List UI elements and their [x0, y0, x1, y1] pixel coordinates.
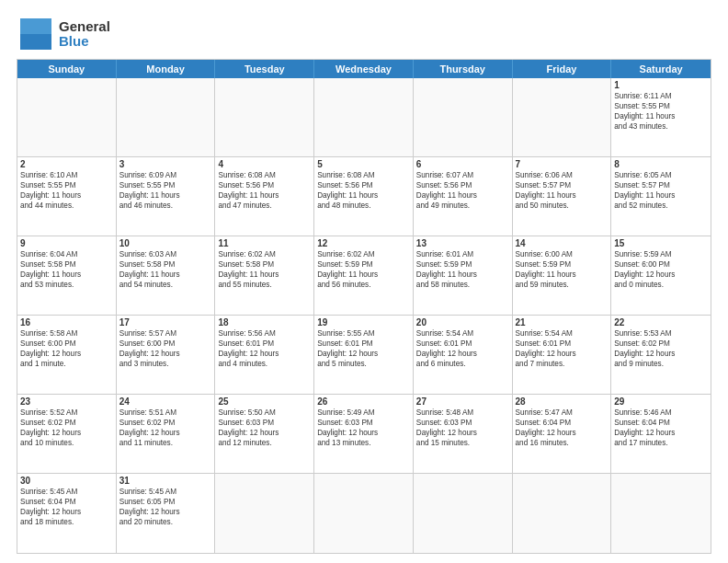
day-info: Sunrise: 5:54 AMSunset: 6:01 PMDaylight:…	[516, 328, 609, 369]
day-number: 9	[20, 238, 113, 248]
calendar-cell: 8Sunrise: 6:05 AMSunset: 5:57 PMDaylight…	[611, 157, 711, 236]
header: GeneralBlue	[17, 15, 711, 53]
calendar-cell: 6Sunrise: 6:07 AMSunset: 5:56 PMDaylight…	[414, 157, 513, 236]
day-info: Sunrise: 5:45 AMSunset: 6:04 PMDaylight:…	[20, 487, 113, 527]
day-number: 8	[614, 159, 708, 169]
calendar-cell	[414, 474, 513, 553]
calendar-cell: 7Sunrise: 6:06 AMSunset: 5:57 PMDaylight…	[513, 157, 612, 236]
day-info: Sunrise: 5:49 AMSunset: 6:03 PMDaylight:…	[317, 408, 410, 448]
calendar-cell: 17Sunrise: 5:57 AMSunset: 6:00 PMDayligh…	[117, 316, 216, 394]
day-info: Sunrise: 5:50 AMSunset: 6:03 PMDaylight:…	[218, 408, 311, 448]
day-info: Sunrise: 6:05 AMSunset: 5:57 PMDaylight:…	[614, 170, 708, 211]
calendar-cell: 4Sunrise: 6:08 AMSunset: 5:56 PMDaylight…	[215, 157, 314, 236]
calendar-cell	[314, 78, 414, 156]
day-number: 11	[218, 238, 311, 248]
day-info: Sunrise: 6:10 AMSunset: 5:55 PMDaylight:…	[20, 170, 113, 211]
day-number: 23	[20, 396, 113, 407]
day-number: 26	[317, 396, 410, 407]
page: GeneralBlue SundayMondayTuesdayWednesday…	[0, 0, 728, 563]
day-info: Sunrise: 5:56 AMSunset: 6:01 PMDaylight:…	[218, 328, 311, 369]
logo: GeneralBlue	[17, 15, 110, 53]
day-info: Sunrise: 6:08 AMSunset: 5:56 PMDaylight:…	[218, 170, 311, 211]
weekday-header-thursday: Thursday	[414, 60, 513, 78]
calendar-cell: 9Sunrise: 6:04 AMSunset: 5:58 PMDaylight…	[17, 236, 117, 315]
calendar-cell: 23Sunrise: 5:52 AMSunset: 6:02 PMDayligh…	[17, 395, 117, 473]
day-number: 27	[416, 396, 509, 407]
day-number: 3	[119, 159, 212, 169]
day-info: Sunrise: 6:02 AMSunset: 5:59 PMDaylight:…	[317, 249, 410, 290]
calendar-cell: 5Sunrise: 6:08 AMSunset: 5:56 PMDaylight…	[314, 157, 414, 236]
calendar: SundayMondayTuesdayWednesdayThursdayFrid…	[17, 59, 711, 554]
calendar-cell: 24Sunrise: 5:51 AMSunset: 6:02 PMDayligh…	[117, 395, 216, 473]
day-number: 20	[416, 317, 509, 327]
calendar-cell	[414, 78, 513, 156]
calendar-cell	[513, 474, 612, 553]
calendar-week-6: 30Sunrise: 5:45 AMSunset: 6:04 PMDayligh…	[17, 474, 711, 553]
calendar-body: 1Sunrise: 6:11 AMSunset: 5:55 PMDaylight…	[17, 78, 711, 553]
weekday-header-friday: Friday	[513, 60, 612, 78]
day-info: Sunrise: 5:48 AMSunset: 6:03 PMDaylight:…	[416, 408, 509, 448]
day-info: Sunrise: 5:53 AMSunset: 6:02 PMDaylight:…	[614, 328, 708, 369]
calendar-cell: 1Sunrise: 6:11 AMSunset: 5:55 PMDaylight…	[611, 78, 711, 156]
day-info: Sunrise: 6:00 AMSunset: 5:59 PMDaylight:…	[516, 249, 609, 290]
day-number: 14	[516, 238, 609, 248]
calendar-cell	[513, 78, 612, 156]
day-number: 12	[317, 238, 410, 248]
day-number: 15	[614, 238, 708, 248]
calendar-week-5: 23Sunrise: 5:52 AMSunset: 6:02 PMDayligh…	[17, 395, 711, 474]
calendar-cell	[17, 78, 117, 156]
calendar-cell: 18Sunrise: 5:56 AMSunset: 6:01 PMDayligh…	[215, 316, 314, 394]
calendar-cell: 14Sunrise: 6:00 AMSunset: 5:59 PMDayligh…	[513, 236, 612, 315]
calendar-cell	[215, 78, 314, 156]
day-info: Sunrise: 5:51 AMSunset: 6:02 PMDaylight:…	[119, 408, 212, 448]
day-number: 2	[20, 159, 113, 169]
calendar-cell	[314, 474, 414, 553]
day-number: 24	[119, 396, 212, 407]
calendar-cell: 26Sunrise: 5:49 AMSunset: 6:03 PMDayligh…	[314, 395, 414, 473]
calendar-cell: 22Sunrise: 5:53 AMSunset: 6:02 PMDayligh…	[611, 316, 711, 394]
calendar-cell: 12Sunrise: 6:02 AMSunset: 5:59 PMDayligh…	[314, 236, 414, 315]
logo-text: GeneralBlue	[59, 19, 110, 50]
day-info: Sunrise: 6:01 AMSunset: 5:59 PMDaylight:…	[416, 249, 509, 290]
calendar-cell: 25Sunrise: 5:50 AMSunset: 6:03 PMDayligh…	[215, 395, 314, 473]
day-info: Sunrise: 6:11 AMSunset: 5:55 PMDaylight:…	[614, 91, 708, 132]
weekday-header-wednesday: Wednesday	[314, 60, 414, 78]
day-number: 30	[20, 476, 113, 486]
calendar-cell: 21Sunrise: 5:54 AMSunset: 6:01 PMDayligh…	[513, 316, 612, 394]
day-info: Sunrise: 5:54 AMSunset: 6:01 PMDaylight:…	[416, 328, 509, 369]
day-number: 29	[614, 396, 708, 407]
day-info: Sunrise: 5:58 AMSunset: 6:00 PMDaylight:…	[20, 328, 113, 369]
day-info: Sunrise: 6:04 AMSunset: 5:58 PMDaylight:…	[20, 249, 113, 290]
calendar-cell: 11Sunrise: 6:02 AMSunset: 5:58 PMDayligh…	[215, 236, 314, 315]
day-number: 21	[516, 317, 609, 327]
day-number: 16	[20, 317, 113, 327]
day-number: 17	[119, 317, 212, 327]
day-number: 28	[516, 396, 609, 407]
day-number: 10	[119, 238, 212, 248]
generalblue-icon	[17, 15, 55, 53]
calendar-cell: 29Sunrise: 5:46 AMSunset: 6:04 PMDayligh…	[611, 395, 711, 473]
day-info: Sunrise: 6:02 AMSunset: 5:58 PMDaylight:…	[218, 249, 311, 290]
calendar-cell: 10Sunrise: 6:03 AMSunset: 5:58 PMDayligh…	[117, 236, 216, 315]
day-number: 4	[218, 159, 311, 169]
calendar-cell	[117, 78, 216, 156]
calendar-cell	[215, 474, 314, 553]
calendar-cell: 28Sunrise: 5:47 AMSunset: 6:04 PMDayligh…	[513, 395, 612, 473]
calendar-cell: 3Sunrise: 6:09 AMSunset: 5:55 PMDaylight…	[117, 157, 216, 236]
day-info: Sunrise: 5:59 AMSunset: 6:00 PMDaylight:…	[614, 249, 708, 290]
weekday-header-sunday: Sunday	[17, 60, 117, 78]
calendar-week-1: 1Sunrise: 6:11 AMSunset: 5:55 PMDaylight…	[17, 78, 711, 157]
calendar-cell: 27Sunrise: 5:48 AMSunset: 6:03 PMDayligh…	[414, 395, 513, 473]
day-number: 7	[516, 159, 609, 169]
calendar-cell: 2Sunrise: 6:10 AMSunset: 5:55 PMDaylight…	[17, 157, 117, 236]
calendar-cell: 30Sunrise: 5:45 AMSunset: 6:04 PMDayligh…	[17, 474, 117, 553]
svg-rect-1	[20, 18, 51, 34]
calendar-cell: 13Sunrise: 6:01 AMSunset: 5:59 PMDayligh…	[414, 236, 513, 315]
day-info: Sunrise: 6:06 AMSunset: 5:57 PMDaylight:…	[516, 170, 609, 211]
day-number: 25	[218, 396, 311, 407]
calendar-cell: 15Sunrise: 5:59 AMSunset: 6:00 PMDayligh…	[611, 236, 711, 315]
day-info: Sunrise: 6:09 AMSunset: 5:55 PMDaylight:…	[119, 170, 212, 211]
calendar-cell: 20Sunrise: 5:54 AMSunset: 6:01 PMDayligh…	[414, 316, 513, 394]
day-info: Sunrise: 5:45 AMSunset: 6:05 PMDaylight:…	[119, 487, 212, 527]
day-info: Sunrise: 5:46 AMSunset: 6:04 PMDaylight:…	[614, 408, 708, 448]
